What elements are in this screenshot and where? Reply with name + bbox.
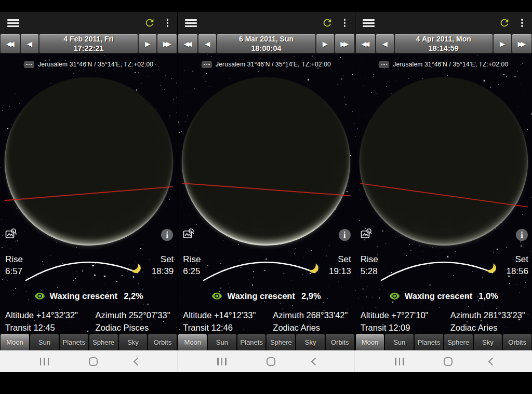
overflow-menu-icon[interactable] <box>164 18 171 28</box>
nav-group <box>177 350 355 372</box>
tab-sphere[interactable]: Sphere <box>267 334 295 350</box>
photo-zoom-icon[interactable] <box>360 228 373 240</box>
back-button[interactable] <box>134 357 142 365</box>
back-button[interactable] <box>488 357 497 365</box>
location-bubble-icon <box>202 61 212 68</box>
nav-group <box>354 350 532 372</box>
tab-orbits[interactable]: Orbits <box>148 334 177 350</box>
location-text: Jerusalem 31°46'N / 35°14'E, TZ:+02:00 <box>393 61 508 68</box>
time-text: 17:22:21 <box>74 44 104 53</box>
phase-row: Waxing crescent 2,9% <box>178 291 354 301</box>
set-label: Set <box>152 253 174 265</box>
date-navigation-bar: ◀◀ ◀ 4 Feb 2011, Fri 17:22:21 ▶ ▶▶ <box>0 34 177 53</box>
tab-moon[interactable]: Moon <box>356 334 384 350</box>
phase-percent: 2,2% <box>124 291 143 301</box>
step-forward-button[interactable]: ▶ <box>316 34 334 53</box>
overflow-menu-icon[interactable] <box>518 18 526 28</box>
tab-sun[interactable]: Sun <box>30 334 59 350</box>
refresh-icon[interactable] <box>144 17 155 29</box>
sky-view: Jerusalem 31°46'N / 35°14'E, TZ:+02:00 i… <box>355 53 532 332</box>
tab-sky[interactable]: Sky <box>474 334 502 350</box>
fast-rewind-button[interactable]: ◀◀ <box>178 34 197 53</box>
step-forward-button[interactable]: ▶ <box>139 34 156 53</box>
location-text: Jerusalem 31°46'N / 35°14'E, TZ:+02:00 <box>216 61 331 68</box>
location-row[interactable]: Jerusalem 31°46'N / 35°14'E, TZ:+02:00 <box>178 61 354 68</box>
refresh-icon[interactable] <box>499 17 510 29</box>
tab-sun[interactable]: Sun <box>385 334 414 350</box>
sky-view: Jerusalem 31°46'N / 35°14'E, TZ:+02:00 i… <box>0 53 177 332</box>
tab-sky[interactable]: Sky <box>119 334 148 350</box>
recents-button[interactable] <box>37 355 52 369</box>
altitude-row: Altitude +14°32'32" <box>5 309 95 321</box>
fast-rewind-button[interactable]: ◀◀ <box>1 34 20 53</box>
tab-planets[interactable]: Planets <box>415 334 443 350</box>
photo-zoom-icon[interactable] <box>182 228 195 240</box>
moon-disc[interactable] <box>5 77 173 246</box>
time-text: 18:00:04 <box>251 44 281 53</box>
altitude-row: Altitude +7°27'10" <box>361 309 450 321</box>
app-toolbar <box>0 12 177 34</box>
rise-time: 5:28 <box>361 265 378 278</box>
transit-row: Transit 12:09 <box>361 321 450 332</box>
data-column-left: Altitude +14°32'32" Transit 12:45 Age 1d… <box>5 309 95 332</box>
back-button[interactable] <box>311 357 319 365</box>
moon-data-grid: Altitude +14°12'33" Transit 12:46 Age 1d… <box>183 309 352 332</box>
azimuth-row: Azimuth 268°33'42" <box>273 309 352 321</box>
phase-percent: 2,9% <box>301 291 321 301</box>
tab-moon[interactable]: Moon <box>1 334 29 350</box>
step-back-button[interactable]: ◀ <box>21 34 38 53</box>
data-column-right: Azimuth 268°33'42" Zodiac Aries Distance… <box>273 309 352 332</box>
datetime-display[interactable]: 6 Mar 2011, Sun 18:00:04 <box>217 34 315 53</box>
bottom-tab-bar: Moon Sun Planets Sphere Sky Orbits <box>0 332 177 350</box>
date-text: 6 Mar 2011, Sun <box>239 35 294 44</box>
menu-hamburger-icon[interactable] <box>363 19 375 27</box>
tab-sky[interactable]: Sky <box>296 334 325 350</box>
moon-panel: ◀◀ ◀ 4 Feb 2011, Fri 17:22:21 ▶ ▶▶ Jerus… <box>0 12 177 350</box>
bottom-tab-bar: Moon Sun Planets Sphere Sky Orbits <box>355 332 532 350</box>
fast-forward-button[interactable]: ▶▶ <box>335 34 354 53</box>
menu-hamburger-icon[interactable] <box>7 19 19 27</box>
date-navigation-bar: ◀◀ ◀ 4 Apr 2011, Mon 18:14:59 ▶ ▶▶ <box>355 34 532 53</box>
datetime-display[interactable]: 4 Apr 2011, Mon 18:14:59 <box>395 34 493 53</box>
location-row[interactable]: Jerusalem 31°46'N / 35°14'E, TZ:+02:00 <box>0 61 177 68</box>
tab-moon[interactable]: Moon <box>178 334 207 350</box>
tab-orbits[interactable]: Orbits <box>503 334 531 350</box>
overflow-menu-icon[interactable] <box>341 18 349 28</box>
recents-button[interactable] <box>392 355 407 369</box>
menu-hamburger-icon[interactable] <box>185 19 197 27</box>
step-back-button[interactable]: ◀ <box>376 34 394 53</box>
home-button[interactable] <box>444 357 453 366</box>
info-icon[interactable]: i <box>516 229 528 241</box>
moon-panel: ◀◀ ◀ 6 Mar 2011, Sun 18:00:04 ▶ ▶▶ Jerus… <box>177 12 354 350</box>
tab-sun[interactable]: Sun <box>208 334 236 350</box>
photo-zoom-icon[interactable] <box>5 228 17 240</box>
fast-forward-button[interactable]: ▶▶ <box>157 34 177 53</box>
recents-button[interactable] <box>214 355 230 369</box>
tab-planets[interactable]: Planets <box>237 334 266 350</box>
info-icon[interactable]: i <box>339 229 351 241</box>
refresh-icon[interactable] <box>322 17 333 29</box>
bottom-tab-bar: Moon Sun Planets Sphere Sky Orbits <box>178 332 354 350</box>
tab-sphere[interactable]: Sphere <box>444 334 473 350</box>
step-back-button[interactable]: ◀ <box>198 34 216 53</box>
tab-sphere[interactable]: Sphere <box>89 334 118 350</box>
home-button[interactable] <box>267 357 275 366</box>
location-bubble-icon <box>24 61 34 68</box>
rise-time: 6:25 <box>183 265 201 278</box>
set-time: 18:56 <box>506 265 528 278</box>
step-forward-button[interactable]: ▶ <box>494 34 511 53</box>
home-button[interactable] <box>89 357 98 366</box>
zodiac-row: Zodiac Aries <box>450 321 530 332</box>
visibility-eye-icon <box>389 292 400 300</box>
datetime-display[interactable]: 4 Feb 2011, Fri 17:22:21 <box>39 34 138 53</box>
moon-path-arc <box>194 257 324 286</box>
phase-percent: 1,0% <box>478 291 498 301</box>
tab-orbits[interactable]: Orbits <box>326 334 354 350</box>
tab-planets[interactable]: Planets <box>60 334 88 350</box>
moon-disc[interactable] <box>182 77 350 246</box>
azimuth-row: Azimuth 281°33'23" <box>450 309 530 321</box>
location-row[interactable]: Jerusalem 31°46'N / 35°14'E, TZ:+02:00 <box>355 61 532 68</box>
fast-rewind-button[interactable]: ◀◀ <box>356 34 375 53</box>
moon-disc[interactable] <box>360 77 528 246</box>
fast-forward-button[interactable]: ▶▶ <box>512 34 531 53</box>
